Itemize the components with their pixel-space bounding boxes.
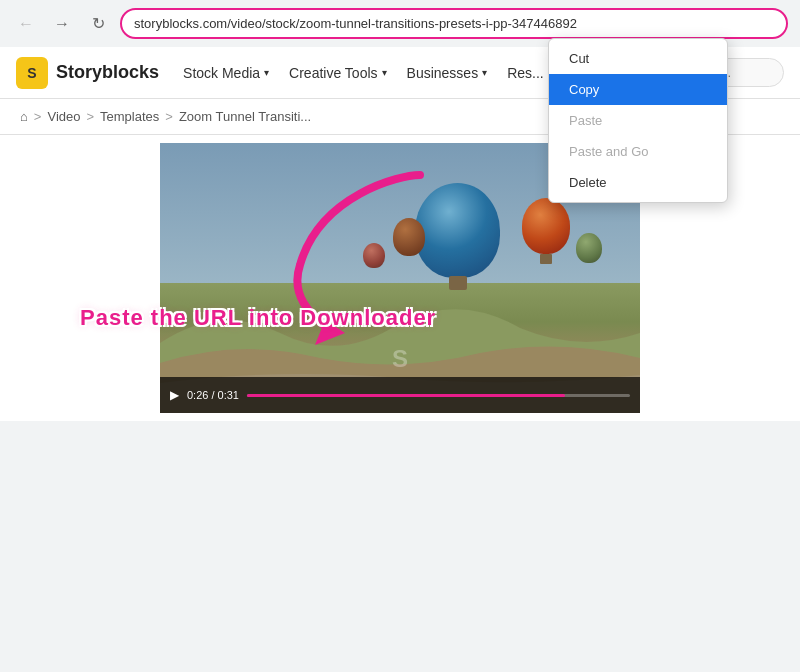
breadcrumb-sep: > bbox=[165, 109, 173, 124]
menu-item-copy[interactable]: Copy bbox=[549, 74, 727, 105]
balloon-small1 bbox=[393, 218, 425, 256]
nav-stock-media[interactable]: Stock Media ▾ bbox=[183, 65, 269, 81]
logo-text: Storyblocks bbox=[56, 62, 159, 83]
breadcrumb-video[interactable]: Video bbox=[47, 109, 80, 124]
menu-item-delete[interactable]: Delete bbox=[549, 167, 727, 198]
breadcrumb-current: Zoom Tunnel Transiti... bbox=[179, 109, 311, 124]
video-time: 0:26 / 0:31 bbox=[187, 389, 239, 401]
chevron-down-icon: ▾ bbox=[264, 67, 269, 78]
logo-area: S Storyblocks bbox=[16, 57, 159, 89]
video-controls[interactable]: ▶ 0:26 / 0:31 bbox=[160, 377, 640, 413]
balloon-basket bbox=[449, 276, 467, 290]
logo-icon: S bbox=[16, 57, 48, 89]
menu-item-paste: Paste bbox=[549, 105, 727, 136]
balloon-small2 bbox=[576, 233, 602, 263]
back-button[interactable]: ← bbox=[12, 10, 40, 38]
watermark: S bbox=[392, 345, 408, 373]
chevron-down-icon: ▾ bbox=[382, 67, 387, 78]
address-bar[interactable] bbox=[120, 8, 788, 39]
nav-resources[interactable]: Res... bbox=[507, 65, 544, 81]
nav-links: Stock Media ▾ Creative Tools ▾ Businesse… bbox=[183, 65, 544, 81]
browser-chrome: ← → ↻ Cut Copy Paste Paste and Go Delete… bbox=[0, 0, 800, 135]
play-button[interactable]: ▶ bbox=[170, 388, 179, 402]
menu-item-paste-go: Paste and Go bbox=[549, 136, 727, 167]
progress-bar[interactable] bbox=[247, 394, 630, 397]
balloon-red bbox=[522, 198, 570, 254]
breadcrumb-sep: > bbox=[34, 109, 42, 124]
breadcrumb-home[interactable]: ⌂ bbox=[20, 109, 28, 124]
breadcrumb-sep: > bbox=[86, 109, 94, 124]
context-menu: Cut Copy Paste Paste and Go Delete bbox=[548, 38, 728, 203]
refresh-button[interactable]: ↻ bbox=[84, 10, 112, 38]
balloon-basket bbox=[540, 254, 552, 264]
back-icon: ← bbox=[18, 15, 34, 33]
menu-item-cut[interactable]: Cut bbox=[549, 43, 727, 74]
balloon-small3 bbox=[363, 243, 385, 268]
nav-creative-tools[interactable]: Creative Tools ▾ bbox=[289, 65, 386, 81]
chevron-down-icon: ▾ bbox=[482, 67, 487, 78]
address-bar-wrapper bbox=[120, 8, 788, 39]
refresh-icon: ↻ bbox=[92, 14, 105, 33]
nav-businesses[interactable]: Businesses ▾ bbox=[407, 65, 488, 81]
forward-icon: → bbox=[54, 15, 70, 33]
progress-fill bbox=[247, 394, 565, 397]
balloon-large bbox=[415, 183, 500, 278]
breadcrumb-templates[interactable]: Templates bbox=[100, 109, 159, 124]
forward-button[interactable]: → bbox=[48, 10, 76, 38]
